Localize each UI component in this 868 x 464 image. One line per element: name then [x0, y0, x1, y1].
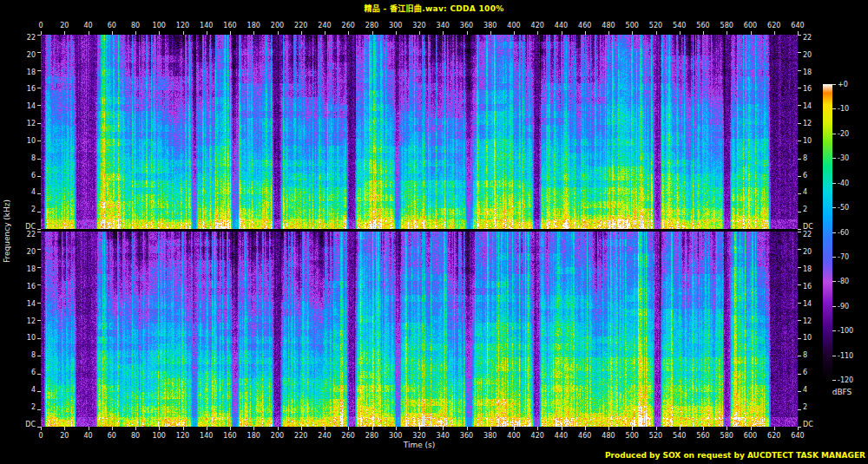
x-tick-label: 220: [294, 432, 307, 440]
x-tick-label: 80: [131, 432, 140, 440]
colorbar-unit-label: dBFS: [825, 388, 859, 396]
tick-mark: [751, 427, 752, 430]
x-tick-label: 300: [389, 22, 402, 29]
legend-tick-label: +0: [838, 81, 848, 88]
x-tick-label: 300: [389, 432, 402, 440]
x-tick-label: 40: [83, 22, 92, 29]
tick-mark: [798, 193, 801, 194]
tick-mark: [37, 356, 41, 356]
y-tick-label: 8: [11, 154, 36, 161]
x-tick-label: 360: [460, 22, 473, 29]
legend-tick-label: -90: [838, 302, 849, 310]
tick-mark: [514, 427, 515, 430]
tick-mark: [514, 31, 515, 35]
tick-mark: [443, 31, 444, 35]
x-tick-label: 340: [437, 22, 450, 29]
y-tick-label: 10: [11, 334, 36, 342]
x-tick-label: 560: [696, 432, 709, 440]
tick-mark: [37, 284, 41, 285]
tick-mark: [798, 303, 801, 304]
tick-mark: [37, 159, 41, 160]
spectrogram-channel-right: [41, 232, 798, 427]
tick-mark: [37, 35, 41, 36]
legend-tick-label: -50: [838, 204, 849, 212]
y-tick-label: 22: [11, 231, 36, 239]
tick-mark: [832, 257, 836, 258]
tick-mark: [798, 374, 801, 375]
tick-mark: [537, 31, 538, 35]
x-tick-label: 160: [223, 22, 236, 29]
tick-mark: [467, 31, 468, 35]
y-tick-label: 18: [11, 265, 36, 272]
tick-mark: [832, 330, 836, 331]
tick-mark: [774, 31, 775, 35]
tick-mark: [832, 108, 836, 109]
y-tick-label: 8: [11, 351, 36, 359]
x-tick-label: 500: [626, 22, 639, 29]
tick-mark: [41, 427, 42, 430]
y-tick-label: 2: [803, 206, 807, 213]
tick-mark: [37, 141, 41, 141]
tick-mark: [112, 31, 113, 35]
y-tick-label: 14: [803, 102, 812, 110]
x-tick-label: 140: [200, 22, 213, 29]
y-tick-label: 14: [11, 102, 36, 110]
y-tick-label: 10: [11, 136, 36, 144]
tick-mark: [537, 427, 538, 430]
tick-mark: [798, 105, 801, 106]
y-tick-label: 2: [11, 206, 36, 213]
y-tick-label: 16: [803, 282, 812, 290]
tick-mark: [798, 249, 801, 250]
tick-mark: [135, 31, 136, 35]
tick-mark: [467, 427, 468, 430]
x-tick-label: 600: [744, 22, 757, 29]
y-tick-label: 22: [803, 231, 812, 239]
y-tick-label: 6: [11, 369, 36, 376]
y-tick-label: 8: [803, 154, 807, 161]
legend-tick-label: -100: [838, 327, 853, 335]
x-tick-label: 320: [412, 22, 425, 29]
tick-mark: [253, 31, 254, 35]
x-tick-label: 520: [649, 432, 662, 440]
tick-mark: [490, 31, 491, 35]
tick-mark: [37, 303, 41, 304]
tick-mark: [372, 427, 373, 430]
y-tick-label: 6: [803, 369, 807, 376]
y-tick-label: 4: [11, 386, 36, 394]
x-tick-label: 380: [483, 22, 496, 29]
tick-mark: [798, 141, 801, 141]
tick-mark: [443, 427, 444, 430]
x-tick-label: 20: [60, 22, 69, 29]
x-tick-label: 80: [131, 22, 140, 29]
tick-mark: [832, 183, 836, 184]
y-tick-label: 4: [803, 188, 807, 196]
tick-mark: [419, 427, 420, 430]
tick-mark: [632, 31, 633, 35]
tick-mark: [798, 267, 801, 268]
tick-mark: [632, 427, 633, 430]
time-axis-label: Time (s): [404, 441, 436, 449]
legend-tick-label: -70: [838, 252, 849, 260]
tick-mark: [89, 31, 89, 35]
x-tick-label: 420: [531, 22, 544, 29]
x-tick-label: 400: [507, 22, 520, 29]
x-tick-label: 0: [38, 432, 43, 440]
y-tick-label: 6: [11, 171, 36, 179]
tick-mark: [159, 31, 160, 35]
legend-tick-label: -30: [838, 154, 849, 162]
x-tick-label: 600: [744, 432, 757, 440]
y-tick-label: 14: [11, 299, 36, 307]
y-tick-label: 20: [11, 50, 36, 58]
tick-mark: [37, 249, 41, 250]
legend-tick-label: -10: [838, 105, 849, 113]
tick-mark: [656, 31, 657, 35]
x-tick-label: 140: [200, 432, 213, 440]
tick-mark: [37, 229, 41, 230]
y-tick-label: 12: [11, 317, 36, 324]
x-tick-label: 640: [791, 432, 804, 440]
tick-mark: [372, 31, 373, 35]
tick-mark: [585, 31, 586, 35]
tick-mark: [37, 193, 41, 194]
x-tick-label: 540: [673, 432, 686, 440]
tick-mark: [230, 31, 231, 35]
